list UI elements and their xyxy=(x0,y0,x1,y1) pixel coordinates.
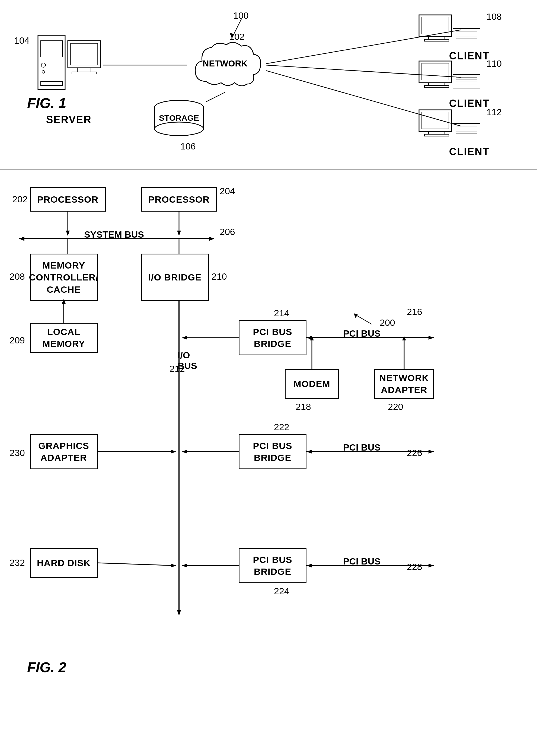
svg-marker-88 xyxy=(171,564,176,567)
svg-rect-38 xyxy=(429,132,445,134)
ref-204: 204 xyxy=(220,186,235,196)
ref-214: 214 xyxy=(274,308,289,318)
ref-100: 100 xyxy=(233,10,249,21)
ref-216: 216 xyxy=(407,307,422,317)
ref-210: 210 xyxy=(212,271,227,282)
modem-box: MODEM xyxy=(285,369,339,399)
network-adapter-box: NETWORK ADAPTER xyxy=(374,369,434,399)
processor2-box: PROCESSOR xyxy=(141,187,217,212)
svg-rect-28 xyxy=(429,83,445,85)
svg-text:NETWORK: NETWORK xyxy=(203,59,247,68)
svg-rect-20 xyxy=(453,28,480,42)
ref-202: 202 xyxy=(12,194,28,204)
ref-209: 209 xyxy=(10,335,25,346)
svg-marker-76 xyxy=(182,450,187,453)
ref-112: 112 xyxy=(486,107,502,117)
ref-108: 108 xyxy=(486,11,502,22)
svg-marker-59 xyxy=(209,236,214,241)
ref-228: 228 xyxy=(407,562,422,572)
fig1-area: FIG. 1 100 SERVER 104 NETWORK 102 xyxy=(0,5,537,163)
fig2-area: FIG. 2 200 PROCESSOR 202 PROCESSOR 204 2… xyxy=(0,174,537,743)
ref-104: 104 xyxy=(14,35,29,46)
pci-bus3-label: PCI BUS xyxy=(343,556,381,567)
client-112-label: CLIENT xyxy=(449,146,489,158)
svg-line-87 xyxy=(98,563,175,566)
pci-bus2-label: PCI BUS xyxy=(343,442,381,453)
system-bus-label: SYSTEM BUS xyxy=(84,229,144,240)
svg-rect-7 xyxy=(77,68,91,72)
server-label: SERVER xyxy=(46,114,92,126)
client-110-label: CLIENT xyxy=(449,98,489,109)
ref-102: 102 xyxy=(229,31,245,42)
server-icon xyxy=(32,27,103,114)
svg-marker-74 xyxy=(402,336,406,340)
svg-marker-85 xyxy=(307,564,312,567)
svg-marker-79 xyxy=(429,450,434,453)
svg-marker-54 xyxy=(66,231,70,236)
svg-point-3 xyxy=(42,70,45,73)
svg-rect-1 xyxy=(41,41,62,57)
svg-rect-19 xyxy=(425,39,449,41)
client-110-icon xyxy=(418,60,483,95)
ref-230: 230 xyxy=(10,447,25,458)
svg-point-14 xyxy=(155,122,203,136)
page: FIG. 1 100 SERVER 104 NETWORK 102 xyxy=(0,0,537,756)
svg-marker-86 xyxy=(429,564,434,567)
graphics-adapter-box: GRAPHICS ADAPTER xyxy=(30,434,98,469)
ref-110: 110 xyxy=(486,58,502,69)
svg-rect-27 xyxy=(422,63,449,80)
svg-text:STORAGE: STORAGE xyxy=(159,113,199,122)
svg-rect-6 xyxy=(70,43,98,65)
svg-rect-37 xyxy=(422,112,449,129)
ref-208: 208 xyxy=(10,271,25,282)
ref-206: 206 xyxy=(220,227,235,237)
pci-bus-bridge3-box: PCI BUS BRIDGE xyxy=(239,548,307,583)
local-memory-box: LOCAL MEMORY xyxy=(30,323,98,353)
svg-marker-90 xyxy=(354,313,358,318)
svg-rect-18 xyxy=(429,37,445,39)
svg-marker-58 xyxy=(19,236,24,241)
ref-106: 106 xyxy=(180,141,196,152)
ref-232: 232 xyxy=(10,558,25,568)
processor1-box: PROCESSOR xyxy=(30,187,106,212)
pci-bus-bridge1-box: PCI BUS BRIDGE xyxy=(239,320,307,356)
pci-bus1-label: PCI BUS xyxy=(343,328,381,339)
svg-marker-81 xyxy=(171,450,176,453)
svg-marker-67 xyxy=(182,336,187,340)
svg-marker-72 xyxy=(310,336,314,340)
ref-200: 200 xyxy=(380,317,395,328)
svg-rect-30 xyxy=(453,75,480,88)
svg-rect-4 xyxy=(41,81,62,85)
ref-218: 218 xyxy=(296,401,311,412)
divider xyxy=(0,170,537,170)
svg-line-49 xyxy=(206,92,225,102)
svg-rect-17 xyxy=(422,17,449,34)
ref-224: 224 xyxy=(274,586,289,597)
svg-marker-65 xyxy=(177,610,181,616)
client-112-icon xyxy=(418,108,483,144)
svg-rect-29 xyxy=(425,85,449,87)
svg-rect-39 xyxy=(425,134,449,136)
client-108-icon xyxy=(418,14,483,49)
svg-marker-56 xyxy=(177,231,181,236)
svg-marker-70 xyxy=(429,336,434,340)
memory-controller-box: MEMORY CONTROLLER/ CACHE xyxy=(30,254,98,301)
svg-marker-78 xyxy=(307,450,312,453)
fig2-label: FIG. 2 xyxy=(27,659,66,675)
ref-212: 212 xyxy=(170,363,185,374)
svg-marker-83 xyxy=(182,564,187,567)
io-bridge-box: I/O BRIDGE xyxy=(141,254,209,301)
svg-point-2 xyxy=(41,63,46,67)
svg-marker-69 xyxy=(307,336,312,340)
ref-226: 226 xyxy=(407,447,422,458)
storage-icon: STORAGE xyxy=(152,98,206,138)
hard-disk-box: HARD DISK xyxy=(30,548,98,578)
svg-rect-40 xyxy=(453,123,480,137)
svg-line-89 xyxy=(355,315,372,324)
svg-rect-8 xyxy=(72,72,96,74)
pci-bus-bridge2-box: PCI BUS BRIDGE xyxy=(239,434,307,469)
ref-220: 220 xyxy=(388,401,403,412)
network-cloud: NETWORK xyxy=(185,38,266,92)
ref-222: 222 xyxy=(274,422,289,432)
